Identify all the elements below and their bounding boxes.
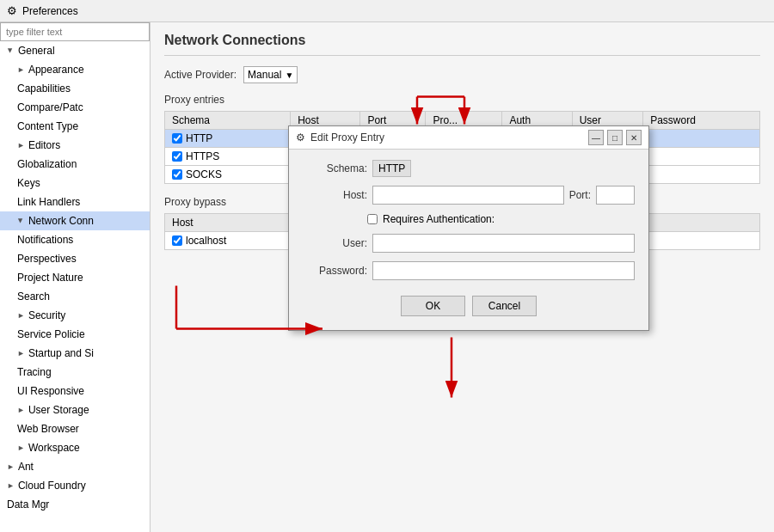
port-input[interactable] [596,186,635,205]
title-bar-text: Preferences [22,5,78,17]
content-area: Network Connections Active Provider: Man… [150,22,774,532]
cell-password [643,130,760,148]
schema-row: Schema: HTTP [303,160,635,177]
prefs-icon: ⚙ [7,4,17,17]
dialog-body: Schema: HTTP Host: Port: Requires Authen… [289,150,648,330]
requires-auth-label: Requires Authentication: [383,213,494,225]
sidebar-item-globalization[interactable]: Globalization [0,155,150,174]
expand-arrow: ► [17,345,25,361]
schema-label: Schema: [303,162,367,174]
cell-schema: SOCKS [165,166,291,184]
dialog-icon: ⚙ [296,131,305,144]
filter-input[interactable] [0,22,150,41]
sidebar-item-network-conn[interactable]: ► Network Conn [0,211,150,230]
sidebar-item-startup[interactable]: ► Startup and Si [0,344,150,363]
dialog-maximize-button[interactable]: □ [607,130,623,145]
sidebar-item-ui-responsive[interactable]: UI Responsive [0,382,150,401]
expand-arrow: ► [13,217,28,225]
user-row: User: [303,234,635,253]
password-row: Password: [303,261,635,280]
active-provider-row: Active Provider: Manual ▼ [164,66,760,83]
password-input[interactable] [372,261,635,280]
cancel-button[interactable]: Cancel [472,296,537,316]
row-checkbox[interactable] [172,151,182,162]
ok-button[interactable]: OK [401,296,465,316]
dialog-buttons: OK Cancel [303,289,635,320]
host-input[interactable] [372,186,564,205]
proxy-entries-label: Proxy entries [164,94,760,106]
sidebar-item-search[interactable]: Search [0,287,150,306]
sidebar-item-general[interactable]: ► General [0,41,150,60]
expand-arrow: ► [3,47,18,55]
active-provider-label: Active Provider: [164,69,236,81]
host-port-row: Host: Port: [303,186,635,205]
expand-arrow: ► [7,478,15,493]
sidebar-item-service-policie[interactable]: Service Policie [0,325,150,344]
active-provider-value: Manual [248,69,281,81]
expand-arrow: ► [17,62,25,77]
schema-value: HTTP [372,160,411,177]
sidebar-item-security[interactable]: ► Security [0,306,150,325]
sidebar-item-ant[interactable]: ► Ant [0,457,150,476]
port-label: Port: [569,189,591,201]
sidebar-item-notifications[interactable]: Notifications [0,230,150,249]
cell-password [643,148,760,166]
sidebar-item-editors[interactable]: ► Editors [0,136,150,155]
password-label: Password: [303,265,367,277]
edit-proxy-dialog: ⚙ Edit Proxy Entry — □ ✕ Schema: HTTP Ho… [288,125,649,331]
sidebar-item-user-storage[interactable]: ► User Storage [0,401,150,419]
user-label: User: [303,237,367,249]
main-container: ► General ► Appearance Capabilities Comp… [0,22,774,532]
col-schema: Schema [165,112,291,130]
auth-row: Requires Authentication: [303,213,635,225]
sidebar-item-keys[interactable]: Keys [0,174,150,193]
host-label: Host: [303,189,367,201]
sidebar-item-perspectives[interactable]: Perspectives [0,249,150,268]
requires-auth-checkbox[interactable] [367,214,378,224]
cell-schema: HTTPS [165,148,291,166]
expand-arrow: ► [7,459,15,474]
sidebar-item-project-nature[interactable]: Project Nature [0,268,150,287]
dialog-close-button[interactable]: ✕ [626,130,642,145]
bypass-checkbox[interactable] [172,235,182,246]
page-title: Network Connections [164,33,760,56]
chevron-down-icon: ▼ [285,70,293,80]
sidebar-item-web-browser[interactable]: Web Browser [0,419,150,438]
sidebar-tree: ► General ► Appearance Capabilities Comp… [0,41,150,532]
row-checkbox[interactable] [172,133,182,144]
sidebar-item-data-mgr[interactable]: Data Mgr [0,495,150,514]
row-checkbox[interactable] [172,169,182,180]
dialog-title: Edit Proxy Entry [310,131,384,144]
expand-arrow: ► [17,138,25,153]
dialog-minimize-button[interactable]: — [588,130,604,145]
col-password: Password [643,112,760,130]
cell-password [643,166,760,184]
sidebar-item-appearance[interactable]: ► Appearance [0,60,150,79]
sidebar-item-content-type[interactable]: Content Type [0,117,150,136]
expand-arrow: ► [17,440,25,456]
sidebar-item-tracing[interactable]: Tracing [0,363,150,382]
sidebar: ► General ► Appearance Capabilities Comp… [0,22,150,532]
active-provider-dropdown[interactable]: Manual ▼ [243,66,298,83]
expand-arrow: ► [17,308,25,323]
expand-arrow: ► [17,402,25,418]
sidebar-item-capabilities[interactable]: Capabilities [0,79,150,98]
sidebar-item-link-handlers[interactable]: Link Handlers [0,193,150,211]
sidebar-item-workspace[interactable]: ► Workspace [0,438,150,457]
title-bar: ⚙ Preferences [0,0,774,22]
dialog-titlebar: ⚙ Edit Proxy Entry — □ ✕ [289,126,648,150]
user-input[interactable] [372,234,635,253]
cell-schema: HTTP [165,130,291,148]
sidebar-item-compare[interactable]: Compare/Patc [0,98,150,117]
sidebar-item-cloud-foundry[interactable]: ► Cloud Foundry [0,476,150,495]
